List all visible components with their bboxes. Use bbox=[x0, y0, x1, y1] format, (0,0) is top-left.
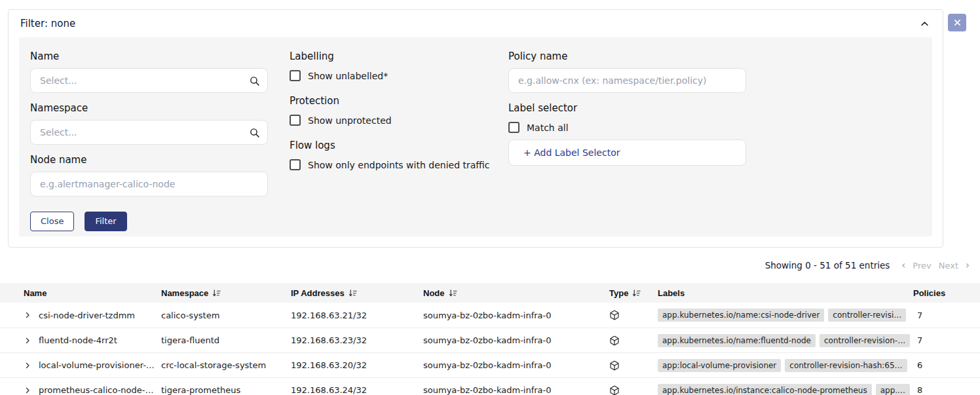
column-header-node[interactable]: Node bbox=[423, 288, 609, 298]
prev-page-icon[interactable]: ‹ bbox=[901, 261, 905, 271]
next-page-link[interactable]: Next bbox=[939, 261, 958, 271]
chevron-right-icon bbox=[24, 311, 31, 319]
policy-name-field-label: Policy name bbox=[508, 50, 746, 62]
endpoint-labels: app.kubernetes.io/name:csi-node-driver c… bbox=[658, 309, 911, 322]
filter-panel-title: Filter: none bbox=[20, 18, 75, 29]
flow-logs-heading: Flow logs bbox=[290, 140, 512, 151]
name-select-input[interactable] bbox=[31, 69, 267, 92]
endpoint-node: soumya-bz-0zbo-kadm-infra-0 bbox=[423, 385, 609, 395]
endpoint-name[interactable]: csi-node-driver-tzdmm bbox=[39, 310, 135, 320]
endpoint-labels: app.kubernetes.io/instance:calico-node-p… bbox=[658, 384, 911, 395]
column-header-labels: Labels bbox=[658, 288, 911, 298]
filter-form-column-left: Name Namespace Node name Close Filt bbox=[30, 37, 268, 231]
label-chip[interactable]: app.… bbox=[876, 384, 910, 395]
dismiss-panel-button[interactable] bbox=[948, 14, 966, 31]
endpoint-type bbox=[609, 385, 658, 395]
endpoint-namespace: crc-local-storage-system bbox=[161, 360, 291, 370]
show-unprotected-row: Show unprotected bbox=[290, 115, 512, 126]
pagination-controls: ‹ Prev Next › bbox=[901, 261, 970, 271]
endpoint-policies-count: 8 bbox=[911, 385, 980, 395]
pod-icon bbox=[609, 310, 620, 320]
filter-form-column-middle: Labelling Show unlabelled* Protection Sh… bbox=[290, 37, 512, 170]
endpoint-ip: 192.168.63.21/32 bbox=[291, 310, 423, 320]
label-chip[interactable]: app:local-volume-provisioner bbox=[658, 359, 781, 372]
filter-actions: Close Filter bbox=[30, 212, 268, 231]
endpoint-node: soumya-bz-0zbo-kadm-infra-0 bbox=[423, 360, 609, 370]
node-name-field-label: Node name bbox=[30, 154, 268, 166]
label-chip[interactable]: app.kubernetes.io/name:fluentd-node bbox=[658, 334, 816, 347]
chevron-right-icon bbox=[24, 337, 31, 345]
expand-row-button[interactable] bbox=[24, 386, 31, 394]
endpoint-policies-count: 6 bbox=[911, 360, 980, 370]
table-body: csi-node-driver-tzdmm calico-system 192.… bbox=[0, 303, 980, 395]
label-chip[interactable]: app.kubernetes.io/instance:calico-node-p… bbox=[658, 384, 872, 395]
endpoint-name[interactable]: fluentd-node-4rr2t bbox=[39, 335, 117, 345]
expand-row-button[interactable] bbox=[24, 311, 31, 319]
prev-page-link[interactable]: Prev bbox=[913, 261, 931, 271]
endpoint-type bbox=[609, 360, 658, 371]
column-header-namespace[interactable]: Namespace bbox=[161, 288, 291, 298]
endpoint-namespace: calico-system bbox=[161, 310, 291, 320]
endpoint-namespace: tigera-prometheus bbox=[161, 385, 291, 395]
match-all-checkbox[interactable] bbox=[508, 122, 519, 133]
filter-button[interactable]: Filter bbox=[85, 212, 126, 231]
column-header-ip-addresses[interactable]: IP Addresses bbox=[291, 288, 423, 298]
table-header-row: Name Namespace IP Addresses Node Type bbox=[0, 283, 980, 303]
show-unlabelled-checkbox[interactable] bbox=[290, 70, 301, 81]
chevron-up-icon bbox=[920, 19, 930, 29]
collapse-panel-button[interactable] bbox=[920, 19, 930, 29]
show-unlabelled-row: Show unlabelled* bbox=[290, 70, 512, 81]
node-name-input[interactable] bbox=[31, 172, 267, 196]
sort-icon[interactable] bbox=[212, 289, 221, 297]
show-unlabelled-label: Show unlabelled* bbox=[308, 71, 388, 81]
sort-icon[interactable] bbox=[632, 289, 641, 297]
column-header-type[interactable]: Type bbox=[609, 288, 658, 298]
endpoint-labels: app:local-volume-provisioner controller-… bbox=[658, 359, 911, 372]
endpoint-ip: 192.168.63.23/32 bbox=[291, 335, 423, 345]
match-all-row: Match all bbox=[508, 122, 746, 133]
endpoint-type bbox=[609, 335, 658, 346]
endpoint-name[interactable]: local-volume-provisioner-… bbox=[39, 360, 155, 370]
search-icon bbox=[249, 127, 260, 138]
show-unprotected-label: Show unprotected bbox=[308, 115, 392, 126]
search-icon bbox=[249, 75, 260, 86]
namespace-select-input[interactable] bbox=[31, 121, 267, 144]
sort-icon[interactable] bbox=[349, 289, 357, 297]
expand-row-button[interactable] bbox=[24, 362, 31, 369]
table-row: prometheus-calico-node-… tigera-promethe… bbox=[0, 377, 980, 395]
endpoint-name[interactable]: prometheus-calico-node-… bbox=[39, 385, 153, 395]
show-unprotected-checkbox[interactable] bbox=[290, 115, 301, 126]
label-chip[interactable]: controller-revisi… bbox=[828, 309, 906, 322]
filter-form-column-right: Policy name Label selector Match all + A… bbox=[508, 37, 746, 166]
chevron-right-icon bbox=[24, 362, 31, 369]
column-header-policies: Policies bbox=[911, 288, 980, 298]
label-chip[interactable]: controller-revision-… bbox=[820, 334, 910, 347]
entries-summary: Showing 0 - 51 of 51 entries bbox=[765, 260, 890, 271]
close-icon bbox=[954, 19, 961, 26]
endpoint-node: soumya-bz-0zbo-kadm-infra-0 bbox=[423, 335, 609, 345]
chevron-right-icon bbox=[24, 386, 31, 394]
labelling-heading: Labelling bbox=[290, 50, 512, 62]
sort-icon[interactable] bbox=[449, 289, 457, 297]
label-chip[interactable]: app.kubernetes.io/name:csi-node-driver bbox=[658, 309, 824, 322]
match-all-label: Match all bbox=[527, 122, 569, 133]
endpoint-namespace: tigera-fluentd bbox=[161, 335, 291, 345]
protection-heading: Protection bbox=[290, 95, 512, 107]
column-header-name[interactable]: Name bbox=[0, 288, 161, 298]
namespace-select-field bbox=[30, 120, 268, 145]
table-row: fluentd-node-4rr2t tigera-fluentd 192.16… bbox=[0, 328, 980, 352]
pod-icon bbox=[609, 385, 620, 395]
policy-name-input[interactable] bbox=[509, 69, 745, 92]
pod-icon bbox=[609, 360, 620, 371]
expand-row-button[interactable] bbox=[24, 337, 31, 345]
policy-name-field bbox=[508, 68, 746, 93]
endpoint-node: soumya-bz-0zbo-kadm-infra-0 bbox=[423, 310, 609, 320]
pod-icon bbox=[609, 335, 620, 346]
denied-traffic-label: Show only endpoints with denied traffic bbox=[308, 160, 490, 170]
add-label-selector-button[interactable]: + Add Label Selector bbox=[508, 140, 746, 166]
label-chip[interactable]: controller-revision-hash:65… bbox=[785, 359, 907, 372]
close-button[interactable]: Close bbox=[30, 212, 74, 231]
endpoint-policies-count: 7 bbox=[911, 335, 980, 345]
denied-traffic-checkbox[interactable] bbox=[290, 159, 301, 170]
next-page-icon[interactable]: › bbox=[966, 261, 970, 271]
